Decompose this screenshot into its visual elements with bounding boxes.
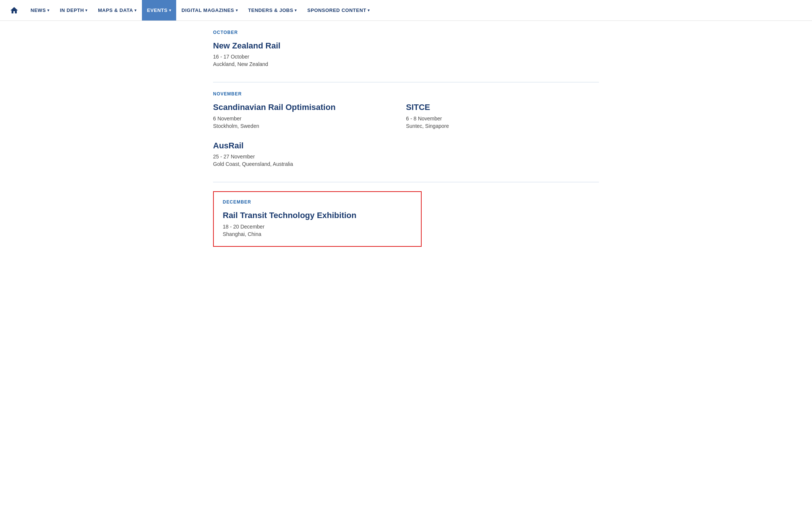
chevron-down-icon: ▾ [134,8,137,12]
event-location: Auckland, New Zealand [213,61,599,67]
event-title: Rail Transit Technology Exhibition [223,211,412,220]
event-date: 6 - 8 November [406,116,599,122]
nav-item-tenders-jobs[interactable]: TENDERS & JOBS ▾ [243,0,302,21]
nav-item-news[interactable]: NEWS ▾ [25,0,55,21]
chevron-down-icon: ▾ [47,8,50,12]
event-date: 25 - 27 November [213,154,406,160]
event-title: AusRail [213,141,406,151]
events-row: Scandinavian Rail Optimisation6 November… [213,103,599,167]
chevron-down-icon: ▾ [368,8,370,12]
events-col-1: SITCE6 - 8 NovemberSuntec, Singapore [406,103,599,167]
event-title: New Zealand Rail [213,41,599,51]
nav-item-digital-magazines[interactable]: DIGITAL MAGAZINES ▾ [176,0,243,21]
month-label: DECEMBER [223,199,412,205]
event-date: 6 November [213,116,406,122]
section-december: DECEMBERRail Transit Technology Exhibiti… [213,191,599,246]
home-button[interactable] [6,2,22,19]
chevron-down-icon: ▾ [295,8,297,12]
month-label: OCTOBER [213,30,599,35]
nav-item-in-depth[interactable]: IN DEPTH ▾ [55,0,93,21]
events-col-0: Scandinavian Rail Optimisation6 November… [213,103,406,167]
event-title: SITCE [406,103,599,112]
navigation: NEWS ▾IN DEPTH ▾MAPS & DATA ▾EVENTS ▾DIG… [0,0,812,21]
event-location: Shanghai, China [223,231,412,237]
section-november: NOVEMBERScandinavian Rail Optimisation6 … [213,91,599,167]
nav-item-events[interactable]: EVENTS ▾ [142,0,177,21]
nav-item-maps-data[interactable]: MAPS & DATA ▾ [93,0,142,21]
nav-items: NEWS ▾IN DEPTH ▾MAPS & DATA ▾EVENTS ▾DIG… [25,0,806,21]
chevron-down-icon: ▾ [236,8,238,12]
month-label: NOVEMBER [213,91,599,97]
nav-item-sponsored-content[interactable]: SPONSORED CONTENT ▾ [302,0,375,21]
section-divider [213,82,599,82]
event-date: 16 - 17 October [213,54,599,60]
highlighted-box: DECEMBERRail Transit Technology Exhibiti… [213,191,422,246]
event-location: Suntec, Singapore [406,123,599,129]
main-content: OCTOBERNew Zealand Rail16 - 17 OctoberAu… [201,21,611,284]
event-location: Stockholm, Sweden [213,123,406,129]
event-title: Scandinavian Rail Optimisation [213,103,406,112]
chevron-down-icon: ▾ [85,8,88,12]
event-date: 18 - 20 December [223,224,412,230]
event-location: Gold Coast, Queensland, Australia [213,161,406,167]
section-october: OCTOBERNew Zealand Rail16 - 17 OctoberAu… [213,30,599,67]
chevron-down-icon: ▾ [169,8,171,12]
section-divider [213,182,599,182]
